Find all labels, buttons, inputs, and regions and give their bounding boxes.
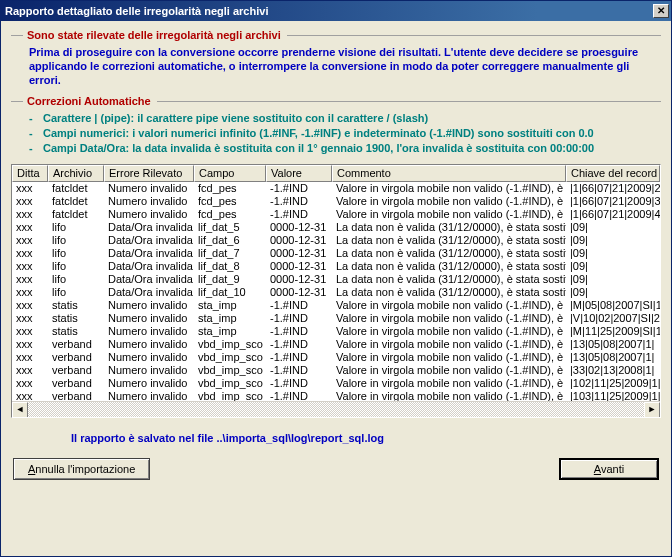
col-header-campo[interactable]: Campo	[194, 165, 266, 182]
rule-left	[11, 35, 23, 36]
table-cell: -1.#IND	[266, 377, 332, 390]
table-cell: statis	[48, 312, 104, 325]
button-row: Annulla l'importazione Avanti	[11, 458, 661, 480]
table-cell: 0000-12-31	[266, 260, 332, 273]
table-cell: Data/Ora invalida	[104, 260, 194, 273]
table-cell: Numero invalido	[104, 208, 194, 221]
table-row[interactable]: xxxverbandNumero invalidovbd_imp_sco-1.#…	[12, 351, 660, 364]
table-cell: La data non è valida (31/12/0000), è sta…	[332, 247, 566, 260]
table-cell: statis	[48, 299, 104, 312]
table-cell: fcd_pes	[194, 195, 266, 208]
table-cell: xxx	[12, 182, 48, 195]
table-row[interactable]: xxxstatisNumero invalidosta_imp-1.#INDVa…	[12, 325, 660, 338]
table-cell: lif_dat_10	[194, 286, 266, 299]
table-cell: verband	[48, 338, 104, 351]
table-cell: lifo	[48, 260, 104, 273]
table-cell: lif_dat_6	[194, 234, 266, 247]
table-row[interactable]: xxxverbandNumero invalidovbd_imp_sco-1.#…	[12, 338, 660, 351]
table-row[interactable]: xxxverbandNumero invalidovbd_imp_sco-1.#…	[12, 390, 660, 401]
cancel-import-button[interactable]: Annulla l'importazione	[13, 458, 150, 480]
table-row[interactable]: xxxfatcldetNumero invalidofcd_pes-1.#IND…	[12, 182, 660, 195]
table-cell: -1.#IND	[266, 338, 332, 351]
scroll-right-button[interactable]: ►	[644, 402, 660, 418]
table-cell: |13|05|08|2007|1|	[566, 351, 660, 364]
table-row[interactable]: xxxlifoData/Ora invalidalif_dat_80000-12…	[12, 260, 660, 273]
table-cell: Data/Ora invalida	[104, 234, 194, 247]
table-row[interactable]: xxxverbandNumero invalidovbd_imp_sco-1.#…	[12, 377, 660, 390]
table-cell: fcd_pes	[194, 182, 266, 195]
table-cell: |103|11|25|2009|1|	[566, 390, 660, 401]
table-cell: 0000-12-31	[266, 234, 332, 247]
table-cell: Valore in virgola mobile non valido (-1.…	[332, 377, 566, 390]
table-cell: fatcldet	[48, 208, 104, 221]
close-icon: ✕	[657, 5, 665, 16]
col-header-archivio[interactable]: Archivio	[48, 165, 104, 182]
table-cell: -1.#IND	[266, 364, 332, 377]
table-cell: xxx	[12, 364, 48, 377]
list-item: -Carattere | (pipe): il carattere pipe v…	[29, 111, 661, 126]
triangle-left-icon: ◄	[16, 404, 25, 414]
table-cell: verband	[48, 364, 104, 377]
table-cell: |33|02|13|2008|1|	[566, 364, 660, 377]
col-header-valore[interactable]: Valore	[266, 165, 332, 182]
table-cell: fcd_pes	[194, 208, 266, 221]
table-cell: sta_imp	[194, 299, 266, 312]
next-button[interactable]: Avanti	[559, 458, 659, 480]
table-row[interactable]: xxxlifoData/Ora invalidalif_dat_50000-12…	[12, 221, 660, 234]
table-row[interactable]: xxxlifoData/Ora invalidalif_dat_70000-12…	[12, 247, 660, 260]
col-header-commento[interactable]: Commento	[332, 165, 566, 182]
table-cell: Valore in virgola mobile non valido (-1.…	[332, 338, 566, 351]
table-cell: Numero invalido	[104, 364, 194, 377]
table-row[interactable]: xxxstatisNumero invalidosta_imp-1.#INDVa…	[12, 312, 660, 325]
table-cell: |1|66|07|21|2009|4	[566, 208, 660, 221]
section-corrections-header: Correzioni Automatiche	[11, 95, 661, 107]
table-cell: Numero invalido	[104, 377, 194, 390]
table-row[interactable]: xxxfatcldetNumero invalidofcd_pes-1.#IND…	[12, 195, 660, 208]
table-row[interactable]: xxxlifoData/Ora invalidalif_dat_100000-1…	[12, 286, 660, 299]
table-cell: Numero invalido	[104, 182, 194, 195]
table-cell: xxx	[12, 247, 48, 260]
table-cell: La data non è valida (31/12/0000), è sta…	[332, 260, 566, 273]
table-row[interactable]: xxxverbandNumero invalidovbd_imp_sco-1.#…	[12, 364, 660, 377]
col-header-errore[interactable]: Errore Rilevato	[104, 165, 194, 182]
scroll-left-button[interactable]: ◄	[12, 402, 28, 418]
table-cell: sta_imp	[194, 312, 266, 325]
table-cell: xxx	[12, 208, 48, 221]
table-cell: lif_dat_7	[194, 247, 266, 260]
table-cell: |1|66|07|21|2009|3	[566, 195, 660, 208]
table-cell: |09|	[566, 234, 660, 247]
table-cell: Valore in virgola mobile non valido (-1.…	[332, 312, 566, 325]
table-cell: Valore in virgola mobile non valido (-1.…	[332, 195, 566, 208]
table-cell: xxx	[12, 325, 48, 338]
table-body[interactable]: xxxfatcldetNumero invalidofcd_pes-1.#IND…	[12, 182, 660, 401]
table-cell: xxx	[12, 390, 48, 401]
table-cell: |102|11|25|2009|1|	[566, 377, 660, 390]
list-item-text: Campi numerici: i valori numerici infini…	[43, 126, 594, 141]
table-cell: Numero invalido	[104, 338, 194, 351]
horizontal-scrollbar[interactable]: ◄ ►	[12, 401, 660, 417]
table-cell: La data non è valida (31/12/0000), è sta…	[332, 221, 566, 234]
table-cell: lif_dat_5	[194, 221, 266, 234]
scroll-track[interactable]	[28, 402, 644, 418]
col-header-chiave[interactable]: Chiave del record	[566, 165, 660, 182]
table-cell: -1.#IND	[266, 312, 332, 325]
table-cell: Valore in virgola mobile non valido (-1.…	[332, 208, 566, 221]
section-irregularities-label: Sono state rilevate delle irregolarità n…	[27, 29, 281, 41]
table-cell: xxx	[12, 299, 48, 312]
close-button[interactable]: ✕	[653, 4, 669, 18]
table-row[interactable]: xxxstatisNumero invalidosta_imp-1.#INDVa…	[12, 299, 660, 312]
table-cell: |09|	[566, 247, 660, 260]
table-cell: vbd_imp_sco	[194, 351, 266, 364]
table-cell: xxx	[12, 234, 48, 247]
col-header-ditta[interactable]: Ditta	[12, 165, 48, 182]
table-cell: lifo	[48, 286, 104, 299]
intro-text: Prima di proseguire con la conversione o…	[29, 45, 661, 87]
table-cell: vbd_imp_sco	[194, 364, 266, 377]
table-row[interactable]: xxxfatcldetNumero invalidofcd_pes-1.#IND…	[12, 208, 660, 221]
table-cell: -1.#IND	[266, 195, 332, 208]
table-cell: xxx	[12, 338, 48, 351]
table-row[interactable]: xxxlifoData/Ora invalidalif_dat_90000-12…	[12, 273, 660, 286]
table-cell: lifo	[48, 273, 104, 286]
table-cell: |1|66|07|21|2009|2	[566, 182, 660, 195]
table-row[interactable]: xxxlifoData/Ora invalidalif_dat_60000-12…	[12, 234, 660, 247]
